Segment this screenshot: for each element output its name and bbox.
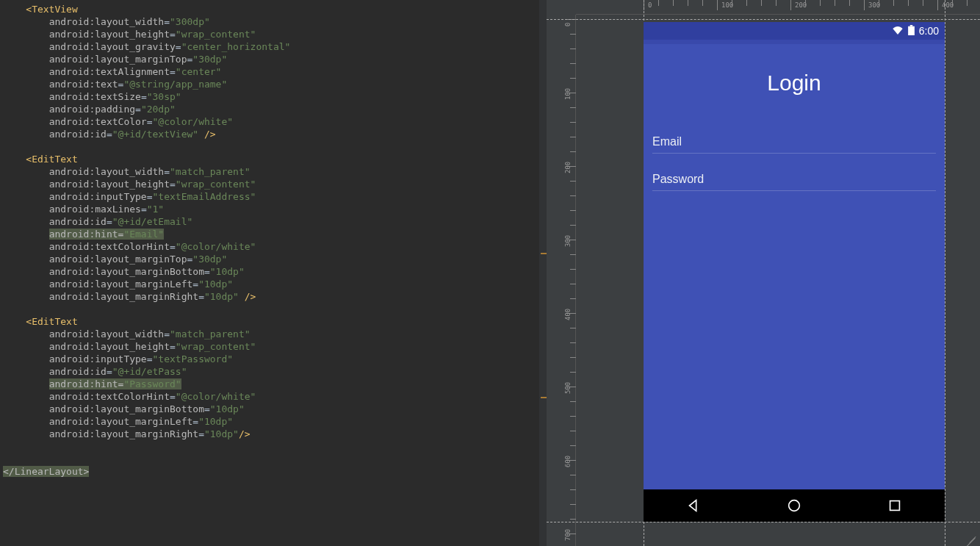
code-line[interactable]: android:hint="Email" bbox=[3, 228, 547, 240]
code-line[interactable]: android:id="@+id/etEmail" bbox=[3, 215, 547, 228]
code-line[interactable]: <EditText bbox=[3, 153, 547, 165]
code-line[interactable] bbox=[3, 140, 547, 153]
status-bar: 6:00 bbox=[644, 22, 945, 40]
code-line[interactable]: </LinearLayout> bbox=[3, 465, 547, 478]
code-line[interactable]: <EditText bbox=[3, 315, 547, 328]
status-bar-clock: 6:00 bbox=[919, 25, 939, 37]
code-line[interactable]: android:layout_height="wrap_content" bbox=[3, 28, 547, 40]
code-line[interactable]: android:layout_width="match_parent" bbox=[3, 328, 547, 340]
code-line[interactable]: android:id="@+id/etPass" bbox=[3, 365, 547, 378]
code-line[interactable]: android:inputType="textPassword" bbox=[3, 353, 547, 365]
editor-error-stripe bbox=[539, 0, 547, 546]
code-line[interactable]: android:textColorHint="@color/white" bbox=[3, 240, 547, 253]
navigation-bar bbox=[644, 489, 945, 522]
code-line[interactable]: android:layout_marginRight="10dp" /> bbox=[3, 290, 547, 303]
code-editor[interactable]: <TextView android:layout_width="300dp" a… bbox=[0, 0, 547, 546]
code-line[interactable]: android:layout_marginBottom="10dp" bbox=[3, 403, 547, 415]
code-line[interactable] bbox=[3, 453, 547, 465]
code-line[interactable]: android:inputType="textEmailAddress" bbox=[3, 190, 547, 203]
guide-line bbox=[547, 19, 980, 20]
code-line[interactable]: android:layout_marginLeft="10dp" bbox=[3, 278, 547, 290]
code-line[interactable] bbox=[3, 440, 547, 453]
nav-back-icon[interactable] bbox=[685, 497, 702, 514]
code-line[interactable] bbox=[3, 303, 547, 315]
layout-preview-pane[interactable]: 0100200300400500 01002003004005006007008… bbox=[547, 0, 980, 546]
code-line[interactable]: android:layout_gravity="center_horizonta… bbox=[3, 40, 547, 53]
code-line[interactable]: android:layout_height="wrap_content" bbox=[3, 340, 547, 353]
code-line[interactable]: android:layout_height="wrap_content" bbox=[3, 178, 547, 190]
svg-rect-3 bbox=[890, 501, 899, 511]
code-line[interactable]: android:text="@string/app_name" bbox=[3, 78, 547, 90]
ruler-horizontal: 0100200300400500 bbox=[576, 0, 980, 15]
code-line[interactable]: android:layout_marginTop="30dp" bbox=[3, 53, 547, 65]
code-line[interactable]: android:id="@+id/textView" /> bbox=[3, 128, 547, 140]
svg-rect-1 bbox=[910, 25, 913, 26]
nav-recent-icon[interactable] bbox=[887, 497, 903, 514]
code-line[interactable]: android:layout_width="300dp" bbox=[3, 15, 547, 28]
code-line[interactable]: android:hint="Password" bbox=[3, 378, 547, 390]
svg-point-2 bbox=[789, 500, 800, 511]
login-title: Login bbox=[767, 71, 821, 96]
code-line[interactable]: <TextView bbox=[3, 3, 547, 15]
guide-line bbox=[945, 0, 945, 546]
code-line[interactable]: android:maxLines="1" bbox=[3, 203, 547, 215]
preview-canvas[interactable]: 6:00 Login Email Password bbox=[576, 15, 980, 546]
ruler-vertical: 0100200300400500600700800 bbox=[563, 15, 576, 546]
device-frame: 6:00 Login Email Password bbox=[644, 22, 945, 522]
nav-home-icon[interactable] bbox=[786, 497, 802, 514]
code-line[interactable]: android:layout_marginBottom="10dp" bbox=[3, 265, 547, 278]
change-marker bbox=[541, 253, 547, 254]
code-line[interactable]: android:layout_width="match_parent" bbox=[3, 165, 547, 178]
code-line[interactable]: android:layout_marginRight="10dp"/> bbox=[3, 428, 547, 440]
code-line[interactable]: android:layout_marginLeft="10dp" bbox=[3, 415, 547, 428]
code-line[interactable]: android:textSize="30sp" bbox=[3, 90, 547, 103]
code-line[interactable]: android:padding="20dp" bbox=[3, 103, 547, 115]
code-line[interactable]: android:textColor="@color/white" bbox=[3, 115, 547, 128]
change-marker bbox=[541, 397, 547, 398]
app-body: Login Email Password bbox=[644, 44, 945, 489]
wifi-icon bbox=[892, 25, 904, 37]
code-line[interactable]: android:layout_marginTop="30dp" bbox=[3, 253, 547, 265]
resize-handle-icon[interactable] bbox=[965, 531, 977, 543]
svg-rect-0 bbox=[908, 26, 915, 35]
code-line[interactable]: android:textAlignment="center" bbox=[3, 65, 547, 78]
code-line[interactable]: android:textColorHint="@color/white" bbox=[3, 390, 547, 403]
password-field[interactable]: Password bbox=[652, 168, 936, 191]
email-field[interactable]: Email bbox=[652, 131, 936, 154]
guide-line bbox=[547, 522, 980, 522]
battery-icon bbox=[908, 25, 915, 37]
